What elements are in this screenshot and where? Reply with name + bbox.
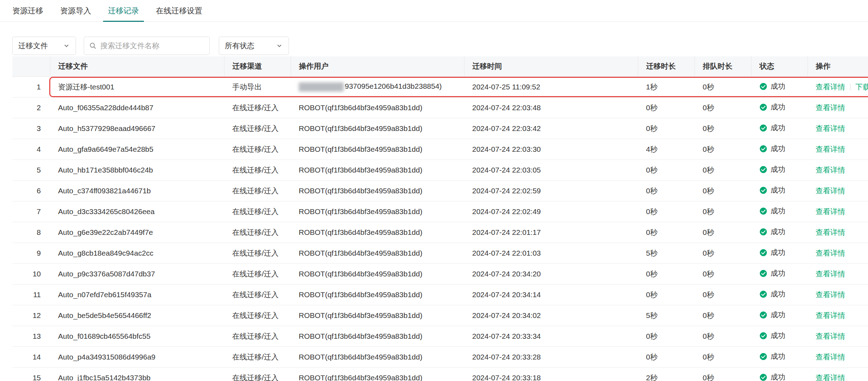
tab-resource-import[interactable]: 资源导入 [55, 0, 96, 21]
view-detail-link[interactable]: 查看详情 [816, 145, 845, 153]
table-row: 13 Auto_f01689cb465564bfc55 在线迁移/迁入 ROBO… [12, 326, 868, 346]
column-header-8: 操作 [807, 56, 868, 76]
table-row: 2 Auto_f06355a228dde444b87 在线迁移/迁入 ROBOT… [12, 97, 868, 118]
cell-migration-channel: 在线迁移/迁入 [224, 160, 291, 180]
cell-migration-channel: 在线迁移/迁入 [224, 118, 291, 139]
tab-resource-migration[interactable]: 资源迁移 [7, 0, 48, 21]
cell-status: 成功 [751, 367, 807, 381]
status-select[interactable]: 所有状态 [219, 37, 289, 55]
cell-actions: 查看详情下载 [807, 76, 868, 97]
cell-migration-duration: 0秒 [638, 263, 695, 284]
cell-status: 成功 [751, 180, 807, 201]
view-detail-link[interactable]: 查看详情 [816, 291, 845, 299]
cell-actions: 查看详情 [807, 263, 868, 284]
cell-migration-duration: 0秒 [638, 97, 695, 118]
view-detail-link[interactable]: 查看详情 [816, 228, 845, 236]
view-detail-link[interactable]: 查看详情 [816, 353, 845, 361]
file-type-select[interactable]: 迁移文件 [12, 37, 76, 55]
status-text: 成功 [771, 331, 785, 341]
success-check-icon [759, 145, 767, 153]
cell-migration-time: 2024-07-24 22:03:42 [464, 118, 638, 139]
search-input-wrap [84, 37, 210, 55]
cell-migration-file: 资源迁移-test001 [50, 76, 224, 97]
table-row: 3 Auto_h53779298eaad496667 在线迁移/迁入 ROBOT… [12, 118, 868, 139]
cell-migration-duration: 0秒 [638, 180, 695, 201]
table-header: 迁移文件迁移渠道操作用户迁移时间迁移时长排队时长状态操作 [12, 56, 868, 76]
success-check-icon [759, 103, 767, 111]
view-detail-link[interactable]: 查看详情 [816, 187, 845, 195]
table-row: 15 Auto_j1fbc15a5142b4373bb 在线迁移/迁入 ROBO… [12, 367, 868, 381]
cell-operator-user: ROBOT(qf1f3b6d4bf3e4959a83b1dd) [291, 118, 464, 139]
view-detail-link[interactable]: 查看详情 [816, 270, 845, 278]
success-check-icon [759, 332, 767, 340]
success-check-icon [759, 165, 767, 174]
cell-migration-file: Auto_h53779298eaad496667 [50, 118, 224, 139]
cell-migration-duration: 5秒 [638, 305, 695, 326]
cell-status: 成功 [751, 222, 807, 243]
cell-operator-user: ROBOT(qf1f3b6d4bf3e4959a83b1dd) [291, 97, 464, 118]
table-row: 8 Auto_g6e39e22c2ab7449f7e 在线迁移/迁入 ROBOT… [12, 222, 868, 243]
success-check-icon [759, 290, 767, 298]
cell-migration-file: Auto_be5de5b4e5654466ff2 [50, 305, 224, 326]
status-badge: 成功 [759, 351, 785, 361]
cell-migration-duration: 0秒 [638, 160, 695, 180]
status-text: 成功 [771, 81, 785, 91]
status-text: 成功 [771, 102, 785, 112]
view-detail-link[interactable]: 查看详情 [816, 83, 845, 91]
cell-operator-user: ROBOT(qf1f3b6d4bf3e4959a83b1dd) [291, 326, 464, 346]
cell-operator-user: ROBOT(qf1f3b6d4bf3e4959a83b1dd) [291, 139, 464, 160]
row-index: 15 [12, 367, 50, 381]
cell-migration-file: Auto_p4a349315086d4996a9 [50, 346, 224, 367]
table-row: 5 Auto_hb171e358bbf046c24b 在线迁移/迁入 ROBOT… [12, 160, 868, 180]
cell-migration-file: Auto_d3c3334265c80426eea [50, 201, 224, 222]
cell-migration-channel: 在线迁移/迁入 [224, 139, 291, 160]
success-check-icon [759, 124, 767, 132]
cell-migration-time: 2024-07-24 22:03:30 [464, 139, 638, 160]
cell-migration-duration: 0秒 [638, 118, 695, 139]
success-check-icon [759, 228, 767, 236]
view-detail-link[interactable]: 查看详情 [816, 124, 845, 132]
row-index: 7 [12, 201, 50, 222]
column-header-2: 迁移渠道 [224, 56, 291, 76]
column-header-4: 迁移时间 [464, 56, 638, 76]
table-row: 9 Auto_g8cb18ea849c94ac2cc 在线迁移/迁入 ROBOT… [12, 243, 868, 263]
table-row: 1 资源迁移-test001 手动导出 937095e1206b41d3b238… [12, 76, 868, 97]
cell-status: 成功 [751, 305, 807, 326]
status-badge: 成功 [759, 123, 785, 133]
cell-operator-user: ROBOT(qf1f3b6d4bf3e4959a83b1dd) [291, 222, 464, 243]
download-link[interactable]: 下载 [855, 83, 868, 91]
cell-migration-channel: 在线迁移/迁入 [224, 367, 291, 381]
cell-operator-user: 937095e1206b41d3b238854) [291, 76, 464, 97]
table-row: 12 Auto_be5de5b4e5654466ff2 在线迁移/迁入 ROBO… [12, 305, 868, 326]
cell-migration-duration: 5秒 [638, 243, 695, 263]
row-index: 2 [12, 97, 50, 118]
status-badge: 成功 [759, 206, 785, 216]
tab-migration-records[interactable]: 迁移记录 [103, 0, 144, 21]
cell-actions: 查看详情 [807, 284, 868, 305]
redacted-blur [299, 82, 344, 92]
column-header-6: 排队时长 [695, 56, 751, 76]
status-text: 成功 [771, 268, 785, 278]
view-detail-link[interactable]: 查看详情 [816, 374, 845, 381]
view-detail-link[interactable]: 查看详情 [816, 311, 845, 319]
cell-status: 成功 [751, 201, 807, 222]
cell-migration-file: Auto_g6e39e22c2ab7449f7e [50, 222, 224, 243]
cell-status: 成功 [751, 284, 807, 305]
cell-migration-file: Auto_f01689cb465564bfc55 [50, 326, 224, 346]
row-index: 6 [12, 180, 50, 201]
cell-queue-duration: 0秒 [695, 263, 751, 284]
cell-migration-time: 2024-07-24 22:01:17 [464, 222, 638, 243]
view-detail-link[interactable]: 查看详情 [816, 207, 845, 216]
tab-online-migration-settings[interactable]: 在线迁移设置 [151, 0, 207, 21]
cell-migration-time: 2024-07-24 20:34:20 [464, 263, 638, 284]
view-detail-link[interactable]: 查看详情 [816, 332, 845, 340]
search-input[interactable] [100, 42, 204, 50]
cell-status: 成功 [751, 326, 807, 346]
view-detail-link[interactable]: 查看详情 [816, 104, 845, 112]
cell-queue-duration: 0秒 [695, 97, 751, 118]
cell-actions: 查看详情 [807, 139, 868, 160]
cell-queue-duration: 0秒 [695, 201, 751, 222]
view-detail-link[interactable]: 查看详情 [816, 166, 845, 174]
status-text: 成功 [771, 227, 785, 237]
view-detail-link[interactable]: 查看详情 [816, 249, 845, 257]
